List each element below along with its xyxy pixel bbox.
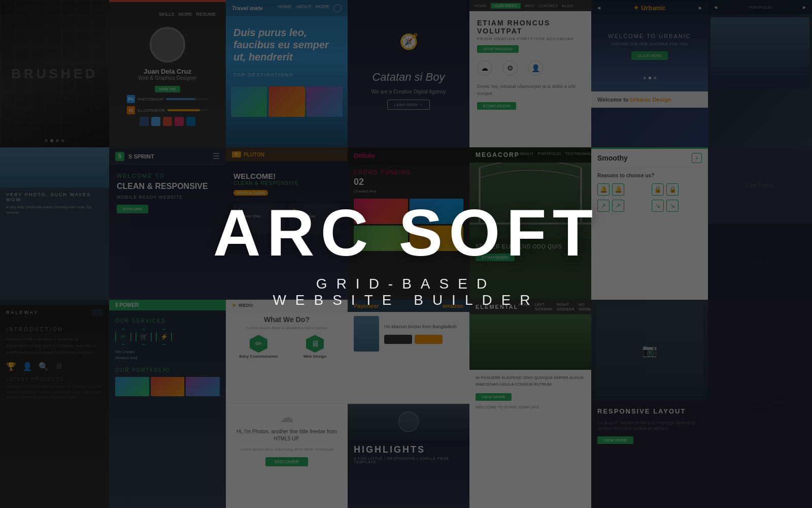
sprint-welcome: WELCOME TO — [117, 173, 218, 179]
tile-megacorp: MEGACORP ABOUTPORTFOLIOTESTIMONIALS SEMP… — [469, 147, 591, 300]
plain-icon-cloud: ☁ — [477, 60, 492, 76]
tile-wedo: ★ WEDO What We Do? Lorem ipsum dolor is … — [226, 300, 348, 508]
raleway-logo-text: RALEWAY — [6, 310, 39, 315]
sprint-brand: S SPRINT — [128, 153, 154, 160]
smoothy-feature-3: ↗ ↗ — [597, 200, 648, 212]
photon-lorem: Lorem ipsum dolor adipiscing amet dolor … — [240, 447, 333, 452]
tile-payoneer-highlights: Payoneer amazon I'm Mamun Srizon from Ba… — [348, 300, 469, 508]
power-services: OUR SERVICES — [115, 318, 220, 324]
tile-brushed: BRUSHED — [0, 0, 109, 147]
wave-desc: A very artsy photo with waves crashing o… — [6, 205, 103, 215]
mini-skills: Ps PHOTOSHOP Ai ILLUSTRATOR — [117, 95, 218, 114]
raleway-desc: Pathway HTML5 template is powered by Boo… — [6, 336, 103, 356]
plain-nav-home: HOME — [475, 4, 487, 8]
tile-responsive: 📷 RESPONSIVE LAYOUT EXCELLENT THEMES BY … — [591, 300, 708, 508]
power-logo: $ POWER — [115, 302, 139, 308]
sprint-explore-btn[interactable]: EXPLORE — [117, 205, 148, 213]
responsive-sub: EXCELLENT THEMES BY MATEUS TRISTIQUE SEN… — [597, 420, 702, 431]
tile-raleway: RALEWAY INTRODUCTION Pathway HTML5 templ… — [0, 300, 109, 508]
tile-row3-col7: WELCOME TO SONIC TEMPLATE — [708, 300, 812, 508]
plaindisplay-btn[interactable]: STOP MISSION — [477, 45, 519, 53]
sprint-hero: CLEAN & RESPONSIVE — [117, 181, 218, 192]
mini-job-title: Web & Graphics Designer — [117, 75, 218, 81]
tile-smoothy: Smoothy + Reasons to choose us? 🔔 🔔 🔒 🔒 — [591, 147, 708, 300]
tile-power: $ POWER OUR SERVICES ✏ 🛒 ⚡ We CreateMode… — [109, 300, 226, 508]
travel-nav: HOMEABOUTMORE — [278, 4, 342, 12]
payoneer-logo: Payoneer — [354, 303, 379, 309]
smoothy-logo: Smoothy — [597, 154, 628, 162]
mini-socials — [117, 117, 218, 126]
smoothy-title: Reasons to choose us? — [597, 173, 702, 178]
megacorp-logo: MEGACORP — [476, 151, 520, 158]
wave-label: VERY PHOTO. SUCH WAVES. WOW. — [6, 192, 103, 202]
photon-discover-btn[interactable]: DISCOVER — [265, 457, 308, 466]
tile-wave: VERY PHOTO. SUCH WAVES. WOW. A very arts… — [0, 147, 109, 300]
responsive-view-more-btn[interactable]: VIEW MORE — [597, 436, 633, 444]
plaindisplay-desc: Donec leo, volutpat ullamcorper at & del… — [477, 83, 584, 97]
travel-section-label: TOP DESTINATIONS — [226, 68, 348, 81]
tile-elemental: ELEMENTAL HOME LEFT SIDEBAR RIGHT SIDEBA… — [469, 300, 591, 508]
travel-logo: Travel mate — [232, 5, 263, 11]
catatan-learn-more[interactable]: Learn More → — [387, 100, 430, 110]
smoothy-feature-4: ↘ ↘ — [652, 200, 702, 212]
urbanic-sub-title: Welcome to Urbanic Design — [597, 97, 702, 103]
responsive-title: RESPONSIVE LAYOUT — [597, 407, 702, 416]
tile-urbanic: ◀ ✦ Urbanic ▶ WELCOME TO URBANIC CHOOSE … — [591, 0, 708, 147]
tile-plaindisplay: HOME OUR FIRST INFO CONTACT BLOG ETIAM R… — [469, 0, 591, 147]
highlights-title: HIGHLIGHTS — [354, 444, 463, 455]
pluton-logo: PLUTON — [244, 152, 264, 157]
catatan-sub: We are a Creative Digital Agency — [371, 89, 446, 94]
plain-nav-info: INFO — [525, 4, 534, 8]
elemental-logo: ELEMENTAL — [476, 304, 518, 310]
smoothy-feature-2: 🔒 🔒 — [652, 183, 702, 196]
megacorp-btn[interactable]: ETIAM MODIN — [476, 253, 515, 261]
plaindisplay-sub: PROIN GRAVIDA PORTTITOR ACCUMSAN — [477, 37, 584, 41]
plain-nav-about: OUR FIRST — [491, 3, 521, 9]
pluton-title: WELCOME! — [233, 172, 340, 180]
background-collage: BRUSHED SKILLS MORE RESUME Juan Dela Cru… — [0, 0, 812, 508]
elemental-btn[interactable]: VIEW MORE — [476, 393, 512, 401]
tile-drifolio: Drifolio CROWD FUNDING 02 Created And — [348, 147, 469, 300]
catatan-title: Catatan si Boy — [367, 55, 450, 89]
power-service-icons: ✏ 🛒 ⚡ — [115, 329, 220, 345]
pluton-sub: CLEAN & RESPONSIVE — [233, 180, 340, 186]
tile-pluton: P PLUTON WELCOME! CLEAN & RESPONSIVE FRE… — [226, 147, 348, 300]
megacorp-text: SEMPER ELEIFEND ODO QUIS — [476, 244, 585, 249]
travel-destinations-grid — [231, 86, 343, 117]
mini-name: Juan Dela Cruz — [117, 68, 218, 75]
wedo-title: What We Do? — [232, 315, 342, 324]
payoneer-person-text: I'm Mamun Srizon from Bangladesh — [384, 324, 457, 331]
tile-mini-profile: SKILLS MORE RESUME Juan Dela Cruz Web & … — [109, 0, 226, 147]
plaindisplay-btn2[interactable]: ETIAM MODIN — [477, 102, 516, 110]
tile-travel: Travel mate HOMEABOUTMORE Duis purus leo… — [226, 0, 348, 147]
raleway-intro: INTRODUCTION — [6, 327, 103, 332]
elemental-text: IN POSUERE ELEIFEND ODIO QUISQUE EMPER A… — [476, 375, 585, 388]
drifolio-logo: Drifolio — [354, 152, 375, 160]
plain-icon-settings: ⚙ — [502, 60, 518, 76]
tile-sprint: S S SPRINT ☰ WELCOME TO CLEAN & RESPONSI… — [109, 147, 226, 300]
tile-row2-col7: Dark Theme Layout — [708, 147, 812, 300]
mini-hire-tag[interactable]: HIRE ME — [155, 86, 180, 92]
pluton-badge: FRESH & CLEAN — [233, 190, 268, 196]
highlights-sub: A FUN LITTLE | RESPONSIVE | SINGLE PAGE … — [354, 457, 463, 464]
plaindisplay-main-title: ETIAM RHONCUS VOLUTPAT — [477, 19, 584, 35]
travel-hero-text: Duis purus leo, faucibus eu semper ut, h… — [233, 26, 340, 63]
photon-text: Hi, I'm Photon, another fine little free… — [232, 428, 342, 442]
drifolio-count: 02 — [354, 177, 463, 187]
sprint-tag: MOBILE READY WEBSITE — [117, 195, 218, 200]
plain-nav-blog: BLOG — [562, 4, 573, 8]
smoothy-feature-1: 🔔 🔔 — [597, 183, 648, 196]
mini-avatar — [150, 27, 185, 62]
tile-topright: ◀ PORTFOLIO ▶ — [708, 0, 812, 147]
tile-catatan: 🧭 Catatan si Boy We are a Creative Digit… — [348, 0, 469, 147]
plain-nav-contact: CONTACT — [538, 4, 558, 8]
amazon-logo: amazon — [443, 303, 463, 309]
power-portfolio: OUR PORTFOLIO — [115, 367, 220, 373]
raleway-bottom-icons: 🏆 👤 🔍 🖥 — [6, 362, 103, 371]
plain-icon-user: 👤 — [528, 60, 543, 76]
